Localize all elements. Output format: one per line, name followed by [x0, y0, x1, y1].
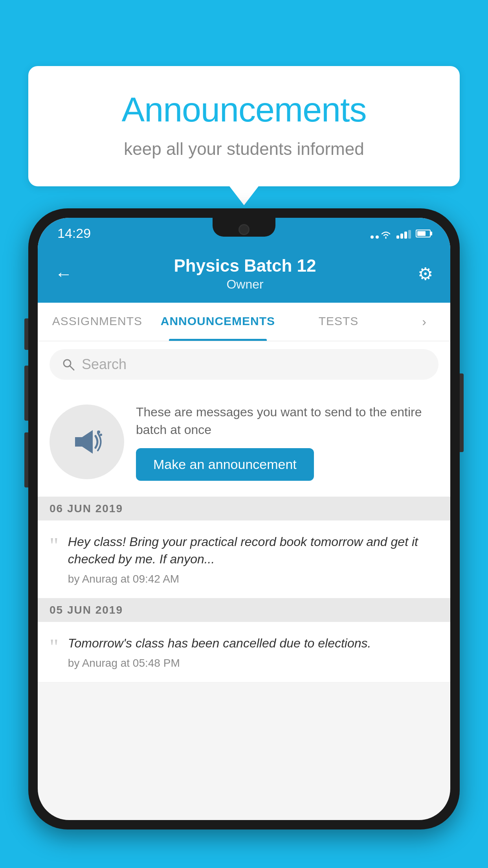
- speech-bubble-card: Announcements keep all your students inf…: [28, 66, 460, 186]
- announcement-item-1[interactable]: " Hey class! Bring your practical record…: [38, 520, 450, 599]
- signal-icon: [396, 228, 411, 239]
- megaphone-circle: [50, 405, 124, 479]
- announcement-meta-1: by Anurag at 09:42 AM: [68, 573, 438, 585]
- search-placeholder: Search: [82, 356, 127, 373]
- phone-screen: 14:29: [38, 218, 450, 820]
- announcement-text-2: Tomorrow's class has been cancelled due …: [68, 634, 438, 652]
- search-icon: [61, 357, 75, 371]
- date-label-2: 05 JUN 2019: [50, 604, 123, 616]
- back-button[interactable]: ←: [55, 264, 72, 284]
- announcement-text-1: Hey class! Bring your practical record b…: [68, 533, 438, 568]
- announcement-content-2: Tomorrow's class has been cancelled due …: [68, 634, 438, 669]
- svg-line-1: [70, 366, 74, 370]
- date-separator-2: 05 JUN 2019: [38, 598, 450, 622]
- tabs-bar: ASSIGNMENTS ANNOUNCEMENTS TESTS ›: [38, 303, 450, 341]
- screen-content: Search: [38, 341, 450, 820]
- quote-icon-1: ": [50, 535, 59, 557]
- search-container: Search: [38, 341, 450, 388]
- svg-point-3: [97, 430, 100, 434]
- tab-more[interactable]: ›: [398, 303, 450, 341]
- phone-body: 14:29: [28, 208, 460, 829]
- speech-bubble-section: Announcements keep all your students inf…: [28, 66, 460, 186]
- svg-marker-2: [75, 430, 93, 454]
- phone-power-button: [460, 373, 464, 452]
- phone-mockup: 14:29: [28, 208, 460, 868]
- status-icons: [371, 228, 431, 239]
- status-time: 14:29: [57, 226, 91, 241]
- phone-camera: [238, 224, 250, 235]
- wifi-icon: [371, 228, 392, 239]
- tab-assignments[interactable]: ASSIGNMENTS: [38, 303, 157, 341]
- phone-volume-up: [24, 366, 28, 421]
- date-separator-1: 06 JUN 2019: [38, 497, 450, 520]
- megaphone-icon: [67, 422, 106, 462]
- announcement-promo: These are messages you want to send to t…: [38, 388, 450, 497]
- announcement-meta-2: by Anurag at 05:48 PM: [68, 657, 438, 669]
- promo-description: These are messages you want to send to t…: [136, 403, 438, 439]
- tab-announcements[interactable]: ANNOUNCEMENTS: [157, 303, 279, 341]
- settings-icon[interactable]: ⚙: [418, 264, 433, 284]
- svg-point-4: [100, 434, 102, 436]
- make-announcement-button[interactable]: Make an announcement: [136, 448, 314, 481]
- search-bar[interactable]: Search: [50, 349, 438, 380]
- tab-tests[interactable]: TESTS: [279, 303, 398, 341]
- app-header: ← Physics Batch 12 Owner ⚙: [38, 246, 450, 303]
- phone-notch: [213, 218, 275, 237]
- header-title-area: Physics Batch 12 Owner: [174, 256, 316, 292]
- date-label-1: 06 JUN 2019: [50, 502, 123, 515]
- batch-title: Physics Batch 12: [174, 256, 316, 276]
- announcements-hero-title: Announcements: [60, 90, 428, 130]
- batch-role: Owner: [174, 277, 316, 292]
- phone-volume-down: [24, 432, 28, 487]
- promo-content: These are messages you want to send to t…: [136, 403, 438, 481]
- phone-volume-mute: [24, 318, 28, 350]
- wifi-signal-icon: [380, 230, 392, 239]
- announcement-content-1: Hey class! Bring your practical record b…: [68, 533, 438, 586]
- battery-icon: [416, 230, 431, 237]
- announcements-hero-subtitle: keep all your students informed: [60, 139, 428, 159]
- announcement-item-2[interactable]: " Tomorrow's class has been cancelled du…: [38, 622, 450, 682]
- quote-icon-2: ": [50, 636, 59, 658]
